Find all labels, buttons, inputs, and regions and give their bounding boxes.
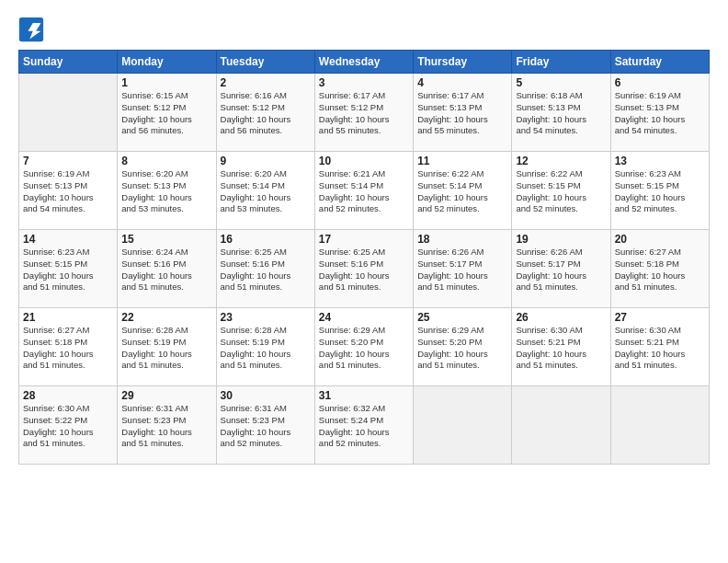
- calendar-cell: 28Sunrise: 6:30 AM Sunset: 5:22 PM Dayli…: [19, 386, 118, 465]
- calendar-cell: 3Sunrise: 6:17 AM Sunset: 5:12 PM Daylig…: [314, 74, 413, 152]
- calendar-cell: 16Sunrise: 6:25 AM Sunset: 5:16 PM Dayli…: [216, 230, 314, 308]
- day-info: Sunrise: 6:31 AM Sunset: 5:23 PM Dayligh…: [121, 403, 211, 450]
- day-info: Sunrise: 6:20 AM Sunset: 5:13 PM Dayligh…: [121, 168, 211, 215]
- day-info: Sunrise: 6:26 AM Sunset: 5:17 PM Dayligh…: [417, 247, 507, 293]
- day-number: 26: [516, 311, 606, 324]
- weekday-header-row: SundayMondayTuesdayWednesdayThursdayFrid…: [19, 51, 710, 74]
- day-number: 7: [23, 155, 113, 167]
- calendar-cell: [19, 74, 118, 152]
- calendar-week-2: 7Sunrise: 6:19 AM Sunset: 5:13 PM Daylig…: [19, 152, 710, 230]
- day-info: Sunrise: 6:28 AM Sunset: 5:19 PM Dayligh…: [121, 325, 211, 372]
- day-number: 18: [417, 233, 507, 246]
- day-number: 22: [121, 311, 211, 324]
- day-number: 28: [23, 389, 113, 402]
- day-number: 23: [221, 311, 311, 324]
- day-info: Sunrise: 6:30 AM Sunset: 5:21 PM Dayligh…: [516, 325, 606, 372]
- calendar-cell: 13Sunrise: 6:23 AM Sunset: 5:15 PM Dayli…: [610, 152, 709, 230]
- day-number: 10: [319, 155, 409, 167]
- day-number: 17: [319, 233, 409, 246]
- calendar-cell: 6Sunrise: 6:19 AM Sunset: 5:13 PM Daylig…: [610, 74, 709, 152]
- calendar-cell: 27Sunrise: 6:30 AM Sunset: 5:21 PM Dayli…: [610, 308, 709, 386]
- calendar-week-3: 14Sunrise: 6:23 AM Sunset: 5:15 PM Dayli…: [19, 230, 710, 308]
- day-number: 6: [615, 76, 705, 89]
- day-number: 9: [221, 155, 311, 167]
- day-info: Sunrise: 6:26 AM Sunset: 5:17 PM Dayligh…: [516, 247, 606, 293]
- day-info: Sunrise: 6:18 AM Sunset: 5:13 PM Dayligh…: [516, 90, 606, 137]
- weekday-header-wednesday: Wednesday: [314, 51, 413, 74]
- day-number: 25: [417, 311, 507, 324]
- day-info: Sunrise: 6:29 AM Sunset: 5:20 PM Dayligh…: [417, 325, 507, 372]
- day-info: Sunrise: 6:23 AM Sunset: 5:15 PM Dayligh…: [615, 168, 705, 215]
- day-info: Sunrise: 6:32 AM Sunset: 5:24 PM Dayligh…: [319, 403, 409, 450]
- calendar-cell: 26Sunrise: 6:30 AM Sunset: 5:21 PM Dayli…: [512, 308, 610, 386]
- day-number: 3: [319, 76, 409, 89]
- day-number: 30: [221, 389, 311, 402]
- day-info: Sunrise: 6:17 AM Sunset: 5:13 PM Dayligh…: [417, 90, 507, 137]
- calendar-cell: 20Sunrise: 6:27 AM Sunset: 5:18 PM Dayli…: [610, 230, 709, 308]
- day-number: 13: [615, 155, 705, 167]
- day-info: Sunrise: 6:15 AM Sunset: 5:12 PM Dayligh…: [121, 90, 211, 137]
- day-info: Sunrise: 6:19 AM Sunset: 5:13 PM Dayligh…: [23, 168, 113, 215]
- calendar-cell: 10Sunrise: 6:21 AM Sunset: 5:14 PM Dayli…: [314, 152, 413, 230]
- calendar-cell: 12Sunrise: 6:22 AM Sunset: 5:15 PM Dayli…: [512, 152, 610, 230]
- day-info: Sunrise: 6:25 AM Sunset: 5:16 PM Dayligh…: [221, 247, 311, 293]
- calendar-cell: [610, 386, 709, 465]
- weekday-header-tuesday: Tuesday: [216, 51, 314, 74]
- day-number: 15: [121, 233, 211, 246]
- day-number: 12: [516, 155, 606, 167]
- calendar-cell: 5Sunrise: 6:18 AM Sunset: 5:13 PM Daylig…: [512, 74, 610, 152]
- logo-icon: [18, 17, 44, 42]
- calendar-week-5: 28Sunrise: 6:30 AM Sunset: 5:22 PM Dayli…: [19, 386, 710, 465]
- day-info: Sunrise: 6:25 AM Sunset: 5:16 PM Dayligh…: [319, 247, 409, 293]
- header: [18, 17, 710, 42]
- day-number: 11: [417, 155, 507, 167]
- day-number: 24: [319, 311, 409, 324]
- day-info: Sunrise: 6:17 AM Sunset: 5:12 PM Dayligh…: [319, 90, 409, 137]
- day-info: Sunrise: 6:20 AM Sunset: 5:14 PM Dayligh…: [221, 168, 311, 215]
- calendar-cell: [512, 386, 610, 465]
- calendar-cell: 21Sunrise: 6:27 AM Sunset: 5:18 PM Dayli…: [19, 308, 118, 386]
- calendar-cell: 9Sunrise: 6:20 AM Sunset: 5:14 PM Daylig…: [216, 152, 314, 230]
- calendar-cell: 17Sunrise: 6:25 AM Sunset: 5:16 PM Dayli…: [314, 230, 413, 308]
- calendar-cell: 15Sunrise: 6:24 AM Sunset: 5:16 PM Dayli…: [118, 230, 216, 308]
- weekday-header-saturday: Saturday: [610, 51, 709, 74]
- calendar-cell: 7Sunrise: 6:19 AM Sunset: 5:13 PM Daylig…: [19, 152, 118, 230]
- calendar-cell: 30Sunrise: 6:31 AM Sunset: 5:23 PM Dayli…: [216, 386, 314, 465]
- weekday-header-monday: Monday: [118, 51, 216, 74]
- calendar-cell: 31Sunrise: 6:32 AM Sunset: 5:24 PM Dayli…: [314, 386, 413, 465]
- day-info: Sunrise: 6:27 AM Sunset: 5:18 PM Dayligh…: [615, 247, 705, 293]
- calendar-cell: 8Sunrise: 6:20 AM Sunset: 5:13 PM Daylig…: [118, 152, 216, 230]
- day-number: 1: [121, 76, 211, 89]
- day-info: Sunrise: 6:29 AM Sunset: 5:20 PM Dayligh…: [319, 325, 409, 372]
- day-number: 27: [615, 311, 705, 324]
- day-number: 4: [417, 76, 507, 89]
- day-number: 20: [615, 233, 705, 246]
- weekday-header-sunday: Sunday: [19, 51, 118, 74]
- day-number: 19: [516, 233, 606, 246]
- day-number: 8: [121, 155, 211, 167]
- calendar-cell: 1Sunrise: 6:15 AM Sunset: 5:12 PM Daylig…: [118, 74, 216, 152]
- calendar-cell: 23Sunrise: 6:28 AM Sunset: 5:19 PM Dayli…: [216, 308, 314, 386]
- page: SundayMondayTuesdayWednesdayThursdayFrid…: [0, 0, 728, 563]
- day-info: Sunrise: 6:23 AM Sunset: 5:15 PM Dayligh…: [23, 247, 113, 293]
- calendar-cell: 24Sunrise: 6:29 AM Sunset: 5:20 PM Dayli…: [314, 308, 413, 386]
- calendar-cell: 29Sunrise: 6:31 AM Sunset: 5:23 PM Dayli…: [118, 386, 216, 465]
- day-info: Sunrise: 6:21 AM Sunset: 5:14 PM Dayligh…: [319, 168, 409, 215]
- day-number: 29: [121, 389, 211, 402]
- day-info: Sunrise: 6:30 AM Sunset: 5:21 PM Dayligh…: [615, 325, 705, 372]
- day-info: Sunrise: 6:22 AM Sunset: 5:14 PM Dayligh…: [417, 168, 507, 215]
- calendar-cell: 25Sunrise: 6:29 AM Sunset: 5:20 PM Dayli…: [414, 308, 512, 386]
- day-info: Sunrise: 6:22 AM Sunset: 5:15 PM Dayligh…: [516, 168, 606, 215]
- weekday-header-thursday: Thursday: [414, 51, 512, 74]
- calendar-cell: 11Sunrise: 6:22 AM Sunset: 5:14 PM Dayli…: [414, 152, 512, 230]
- calendar-cell: 14Sunrise: 6:23 AM Sunset: 5:15 PM Dayli…: [19, 230, 118, 308]
- day-number: 5: [516, 76, 606, 89]
- day-number: 31: [319, 389, 409, 402]
- day-number: 14: [23, 233, 113, 246]
- day-info: Sunrise: 6:27 AM Sunset: 5:18 PM Dayligh…: [23, 325, 113, 372]
- calendar-cell: 4Sunrise: 6:17 AM Sunset: 5:13 PM Daylig…: [414, 74, 512, 152]
- day-number: 21: [23, 311, 113, 324]
- day-info: Sunrise: 6:19 AM Sunset: 5:13 PM Dayligh…: [615, 90, 705, 137]
- calendar-cell: 2Sunrise: 6:16 AM Sunset: 5:12 PM Daylig…: [216, 74, 314, 152]
- day-info: Sunrise: 6:31 AM Sunset: 5:23 PM Dayligh…: [221, 403, 311, 450]
